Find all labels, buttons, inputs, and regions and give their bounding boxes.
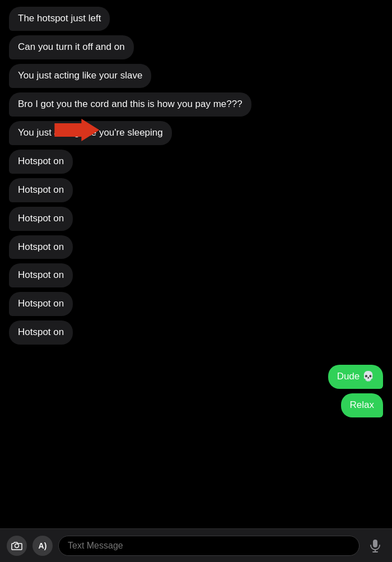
message-bubble-last: Hotspot on [9, 321, 73, 345]
messages-area: The hotspot just left Can you turn it of… [0, 0, 392, 528]
message-row: Hotspot on [9, 207, 383, 231]
message-bubble: Hotspot on [9, 150, 73, 174]
message-row: Hotspot on [9, 235, 383, 259]
message-bubble-with-arrow: You just acting like you're sleeping [9, 121, 172, 145]
message-bubble: Hotspot on [9, 207, 73, 231]
message-row: Bro I got you the cord and this is how y… [9, 92, 383, 117]
message-row: Hotspot on [9, 321, 383, 345]
input-bar: A) [0, 528, 392, 562]
message-row: Can you turn it off and on [9, 35, 383, 59]
message-bubble-sent-last: Relax [341, 393, 383, 417]
camera-button[interactable] [7, 536, 27, 556]
message-row: Hotspot on [9, 292, 383, 316]
svg-rect-1 [373, 540, 377, 547]
message-bubble: Hotspot on [9, 292, 73, 316]
message-bubble: Bro I got you the cord and this is how y… [9, 92, 251, 117]
message-row: Hotspot on [9, 178, 383, 202]
message-bubble: Hotspot on [9, 178, 73, 202]
message-row: The hotspot just left [9, 7, 383, 31]
message-bubble-sent: Dude 💀 [328, 365, 383, 389]
message-bubble: Can you turn it off and on [9, 35, 134, 59]
apps-button[interactable]: A) [32, 536, 53, 556]
text-input-wrapper[interactable] [58, 536, 360, 556]
message-row-sent: Dude 💀 [9, 365, 383, 389]
message-row-sent: Relax [9, 393, 383, 417]
message-bubble: You just acting like your slave [9, 64, 151, 88]
message-row: Hotspot on [9, 150, 383, 174]
message-row: You just acting like your slave [9, 64, 383, 88]
message-row: Hotspot on [9, 263, 383, 287]
text-message-input[interactable] [68, 541, 350, 551]
message-bubble: Hotspot on [9, 263, 73, 287]
bubble-text: You just acting like you're sleeping [18, 127, 163, 138]
message-row: You just acting like you're sleeping [9, 121, 383, 145]
microphone-button[interactable] [365, 536, 385, 556]
message-bubble: The hotspot just left [9, 7, 110, 31]
message-bubble: Hotspot on [9, 235, 73, 259]
svg-point-0 [15, 544, 19, 547]
